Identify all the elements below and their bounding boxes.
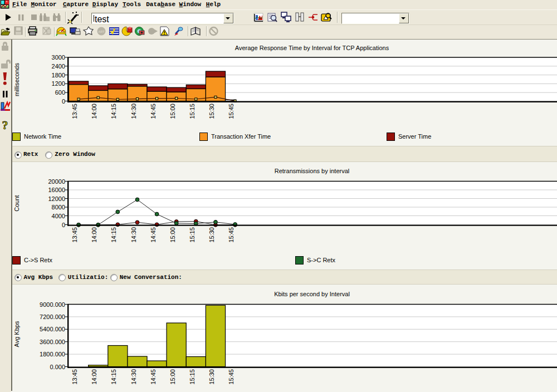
svg-text:15:15: 15:15 <box>189 227 196 243</box>
svg-text:ART: ART <box>98 30 105 33</box>
svg-text:13:45: 13:45 <box>71 227 78 243</box>
svg-text:14:00: 14:00 <box>91 104 97 119</box>
svg-text:15:30: 15:30 <box>208 227 215 243</box>
svg-text:20000: 20000 <box>48 178 65 185</box>
svg-text:14:45: 14:45 <box>150 227 157 243</box>
svg-text:1200: 1200 <box>52 80 65 87</box>
svg-text:15:45: 15:45 <box>228 227 234 243</box>
svg-text:14:00: 14:00 <box>91 369 97 385</box>
svg-text:milliseconds: milliseconds <box>13 63 20 96</box>
svg-text:12000: 12000 <box>48 195 65 202</box>
svg-text:0: 0 <box>62 98 65 105</box>
svg-text:14:00: 14:00 <box>91 227 97 243</box>
svg-text:5400.000: 5400.000 <box>40 326 65 332</box>
svg-text:15:45: 15:45 <box>228 104 234 119</box>
svg-text:1800: 1800 <box>52 72 65 79</box>
svg-text:Kbits per second by Interval: Kbits per second by Interval <box>274 291 350 297</box>
svg-text:0.000: 0.000 <box>50 364 65 370</box>
svg-text:Retransmissions by interval: Retransmissions by interval <box>275 168 350 174</box>
svg-text:14:15: 14:15 <box>110 104 117 119</box>
svg-text:14:30: 14:30 <box>130 227 137 243</box>
svg-text:14:30: 14:30 <box>130 369 137 385</box>
svg-text:3600.000: 3600.000 <box>40 339 65 345</box>
svg-text:Count: Count <box>13 195 20 211</box>
svg-text:14:45: 14:45 <box>150 104 157 119</box>
svg-text:Avg Kbps: Avg Kbps <box>13 321 20 347</box>
svg-text:9000.000: 9000.000 <box>40 301 65 308</box>
svg-text:14:15: 14:15 <box>110 227 117 243</box>
svg-text:15:15: 15:15 <box>189 369 196 385</box>
svg-text:13:45: 13:45 <box>71 104 78 119</box>
svg-text:13:45: 13:45 <box>71 369 78 385</box>
svg-text:4000: 4000 <box>52 213 65 219</box>
svg-text:8000: 8000 <box>52 204 65 210</box>
svg-text:15:00: 15:00 <box>169 104 176 119</box>
svg-text:16000: 16000 <box>48 187 65 193</box>
svg-text:14:45: 14:45 <box>150 369 157 385</box>
svg-text:7200.000: 7200.000 <box>40 313 65 320</box>
svg-text:15:15: 15:15 <box>189 104 196 119</box>
svg-text:0: 0 <box>62 222 65 228</box>
svg-text:14:15: 14:15 <box>110 369 117 385</box>
svg-text:2400: 2400 <box>52 63 65 70</box>
svg-text:1800.000: 1800.000 <box>40 351 65 357</box>
svg-text:3000: 3000 <box>52 54 65 61</box>
svg-text:15:45: 15:45 <box>228 369 234 385</box>
svg-text:14:30: 14:30 <box>130 104 137 119</box>
svg-text:15:00: 15:00 <box>169 227 176 243</box>
svg-text:15:30: 15:30 <box>208 369 215 385</box>
svg-text:15:30: 15:30 <box>208 104 215 119</box>
svg-text:600: 600 <box>55 89 65 96</box>
svg-text:Average Response Time by Inter: Average Response Time by Interval for TC… <box>235 45 389 51</box>
svg-text:15:00: 15:00 <box>169 369 176 385</box>
